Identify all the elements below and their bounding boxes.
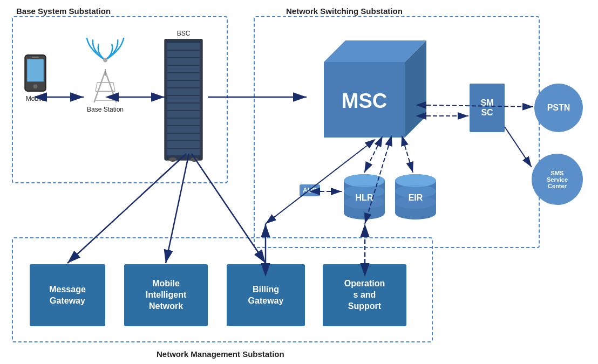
svg-rect-20 bbox=[167, 88, 200, 95]
svg-text:HLR: HLR bbox=[356, 193, 373, 202]
svg-rect-21 bbox=[167, 96, 200, 102]
pstn-circle: PSTN bbox=[534, 84, 583, 132]
svg-line-11 bbox=[113, 83, 115, 92]
diagram-container: Base System Substation Network Switching… bbox=[0, 0, 598, 364]
svg-rect-26 bbox=[167, 134, 200, 140]
bsc-label: BSC bbox=[177, 30, 191, 37]
tower-svg bbox=[89, 69, 121, 105]
svg-rect-27 bbox=[167, 141, 200, 148]
sms-service-center-circle: SMSServiceCenter bbox=[532, 154, 583, 205]
smsc-label: SMSC bbox=[481, 98, 494, 118]
mobile-icon: Mobile bbox=[21, 54, 50, 102]
svg-rect-3 bbox=[32, 57, 39, 58]
svg-rect-25 bbox=[167, 126, 200, 133]
svg-text:MSC: MSC bbox=[342, 90, 387, 112]
svg-rect-22 bbox=[167, 104, 200, 110]
svg-line-10 bbox=[96, 83, 97, 92]
svg-point-30 bbox=[191, 157, 198, 162]
rack-svg bbox=[162, 39, 205, 163]
pstn-label: PSTN bbox=[547, 103, 570, 113]
svg-point-29 bbox=[169, 157, 176, 162]
svg-rect-17 bbox=[167, 66, 200, 72]
mobile-intelligent-network-label: MobileIntelligentNetwork bbox=[146, 278, 187, 312]
auc-box: AUC bbox=[300, 184, 320, 196]
svg-point-4 bbox=[103, 58, 107, 62]
sms-center-label: SMSServiceCenter bbox=[547, 170, 568, 189]
tower-label: Base Station bbox=[87, 106, 124, 113]
svg-rect-16 bbox=[167, 58, 200, 65]
billing-gateway-label: BillingGateway bbox=[248, 284, 284, 307]
svg-rect-24 bbox=[167, 119, 200, 125]
auc-label: AUC bbox=[303, 187, 317, 194]
eir-cylinder: EIR bbox=[394, 173, 437, 221]
svg-rect-23 bbox=[167, 111, 200, 118]
svg-rect-14 bbox=[167, 43, 200, 50]
hlr-svg: HLR bbox=[343, 173, 386, 221]
svg-text:EIR: EIR bbox=[409, 193, 423, 202]
svg-rect-18 bbox=[167, 73, 200, 80]
svg-rect-19 bbox=[167, 81, 200, 87]
signal-waves-svg bbox=[78, 38, 132, 69]
bss-label: Base System Substation bbox=[16, 6, 111, 16]
msc-svg: MSC bbox=[308, 30, 432, 154]
operations-support-box: Operations andSupport bbox=[323, 264, 406, 326]
msc-cube: MSC bbox=[308, 30, 432, 154]
billing-gateway-box: BillingGateway bbox=[227, 264, 305, 326]
mobile-svg bbox=[23, 54, 47, 94]
mobile-label: Mobile bbox=[26, 95, 45, 102]
svg-rect-28 bbox=[167, 149, 200, 155]
hlr-cylinder: HLR bbox=[343, 173, 386, 221]
eir-svg: EIR bbox=[394, 173, 437, 221]
svg-rect-15 bbox=[167, 51, 200, 57]
mobile-intelligent-network-box: MobileIntelligentNetwork bbox=[124, 264, 208, 326]
message-gateway-box: MessageGateway bbox=[30, 264, 105, 326]
tower-icon: Base Station bbox=[78, 38, 132, 113]
message-gateway-label: MessageGateway bbox=[49, 284, 86, 307]
svg-point-2 bbox=[33, 84, 38, 88]
svg-line-5 bbox=[94, 71, 105, 102]
svg-line-6 bbox=[105, 71, 117, 102]
operations-support-label: Operations andSupport bbox=[344, 278, 385, 312]
bsc-rack: BSC bbox=[162, 30, 205, 163]
nss-label: Network Switching Substation bbox=[286, 6, 403, 16]
smsc-box: SMSC bbox=[470, 84, 505, 132]
nms-label: Network Management Substation bbox=[157, 349, 284, 359]
svg-rect-1 bbox=[27, 59, 44, 81]
